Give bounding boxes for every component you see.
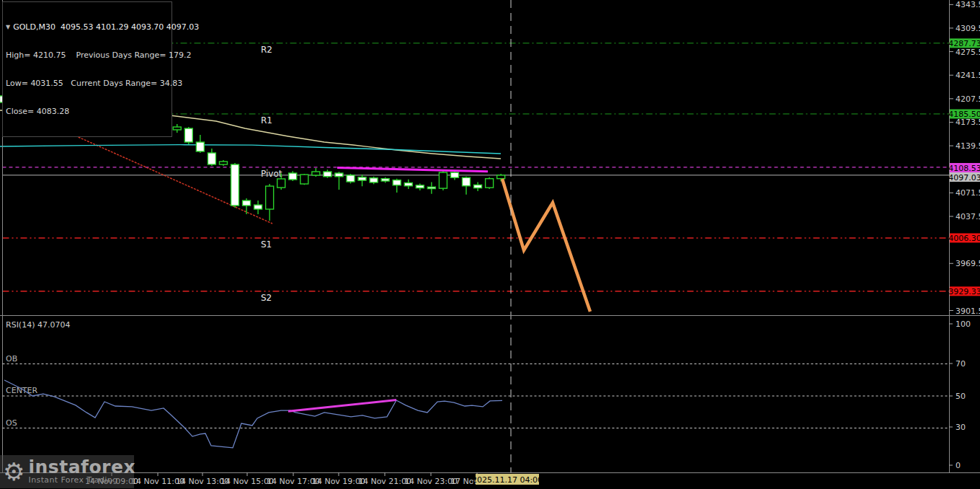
- candlestick: [266, 186, 274, 209]
- price-tick-label: 4241.50: [956, 71, 980, 80]
- rsi-tick-label: 70: [956, 359, 966, 369]
- candlestick: [300, 175, 308, 184]
- price-tick-label: 4343.50: [956, 0, 980, 9]
- level-label-R2: R2: [261, 45, 272, 55]
- price-tick-label: 3969.50: [956, 259, 980, 268]
- magenta-trendline: [337, 168, 488, 172]
- candlestick: [463, 177, 471, 186]
- price-badge-label: 4108.53: [948, 164, 980, 173]
- candlestick: [427, 187, 435, 188]
- price-badge-label: 3929.33: [948, 287, 980, 296]
- candlestick: [450, 172, 458, 177]
- level-label-R1: R1: [261, 115, 272, 125]
- ohlc-info-box: ▼GOLD,M30 4095.53 4101.29 4093.70 4097.0…: [2, 1, 172, 137]
- candlestick: [370, 178, 378, 182]
- current-time-badge-label: 2025.11.17 04:00: [472, 475, 543, 485]
- symbol-quote-line: ▼GOLD,M30 4095.53 4101.29 4093.70 4097.0…: [6, 22, 169, 32]
- candlestick: [474, 185, 482, 188]
- level-label-Pivot: Pivot: [261, 169, 282, 179]
- candlestick: [416, 185, 424, 188]
- watermark-text: instaforex Instant Forex Trading: [28, 459, 135, 485]
- info-high-range: High= 4210.75 Previous Days Range= 179.2: [6, 50, 169, 60]
- level-label-S1: S1: [261, 239, 272, 250]
- price-tick-label: 4139.50: [956, 141, 980, 151]
- candlestick: [173, 127, 181, 130]
- candlestick: [196, 142, 204, 151]
- candlestick: [254, 205, 262, 209]
- candlestick: [497, 175, 505, 179]
- rsi-tick-label: 30: [956, 423, 966, 432]
- candlestick: [381, 179, 389, 181]
- rsi-tick-label: 0: [956, 461, 961, 470]
- rsi-tick-label: 50: [956, 392, 966, 401]
- price-tick-label: 3901.50: [956, 307, 980, 316]
- price-tick-label: 4309.50: [956, 24, 980, 33]
- instaforex-logo-icon: ⚙: [3, 459, 24, 484]
- rsi-level-label-CENTER: CENTER: [6, 386, 38, 395]
- rsi-level-label-OS: OS: [6, 418, 17, 428]
- collapse-triangle-icon[interactable]: ▼: [6, 22, 10, 32]
- candlestick: [208, 153, 215, 164]
- watermark-title: instaforex: [28, 459, 135, 476]
- ma-fast-line: [0, 145, 501, 154]
- level-label-S2: S2: [261, 293, 272, 303]
- watermark-tagline: Instant Forex Trading: [28, 476, 135, 485]
- rsi-magenta-trendline: [288, 400, 396, 412]
- candlestick: [393, 180, 401, 185]
- rsi-tick-label: 100: [956, 320, 971, 329]
- symbol-ohlc-text: GOLD,M30 4095.53 4101.29 4093.70 4097.03: [13, 22, 199, 32]
- info-close: Close= 4083.28: [6, 107, 169, 116]
- candlestick: [439, 172, 447, 188]
- price-tick-label: 4207.50: [956, 94, 980, 104]
- candlestick: [358, 177, 366, 180]
- info-low-range: Low= 4031.55 Current Days Range= 34.83: [6, 79, 169, 88]
- price-badge-label: 4006.30: [948, 234, 980, 243]
- price-tick-label: 4173.50: [956, 118, 980, 127]
- instaforex-watermark: ⚙ instaforex Instant Forex Trading: [0, 455, 134, 488]
- price-badge-label: 4287.73: [948, 39, 980, 48]
- candlestick: [243, 201, 251, 206]
- price-tick-label: 4275.50: [956, 48, 980, 57]
- trading-chart-window[interactable]: R2R1PivotS1S24343.504309.504275.504241.5…: [0, 0, 980, 489]
- rsi-indicator-label: RSI(14) 47.0704: [6, 320, 70, 330]
- candlestick: [289, 173, 297, 180]
- candlestick: [219, 162, 227, 164]
- candlestick: [486, 179, 494, 188]
- price-badge-label: 4097.03: [948, 173, 980, 182]
- price-tick-label: 4037.50: [956, 212, 980, 221]
- rsi-level-label-OB: OB: [6, 354, 17, 364]
- rsi-line: [4, 380, 502, 448]
- price-badge-label: 4185.50: [948, 110, 980, 119]
- candlestick: [347, 175, 355, 182]
- candlestick: [312, 172, 320, 175]
- candlestick: [277, 179, 285, 188]
- candlestick: [231, 164, 239, 206]
- candlestick: [335, 173, 343, 177]
- candlestick: [404, 182, 412, 185]
- candlestick: [184, 128, 192, 142]
- price-tick-label: 4071.50: [956, 188, 980, 198]
- candlestick: [324, 172, 331, 177]
